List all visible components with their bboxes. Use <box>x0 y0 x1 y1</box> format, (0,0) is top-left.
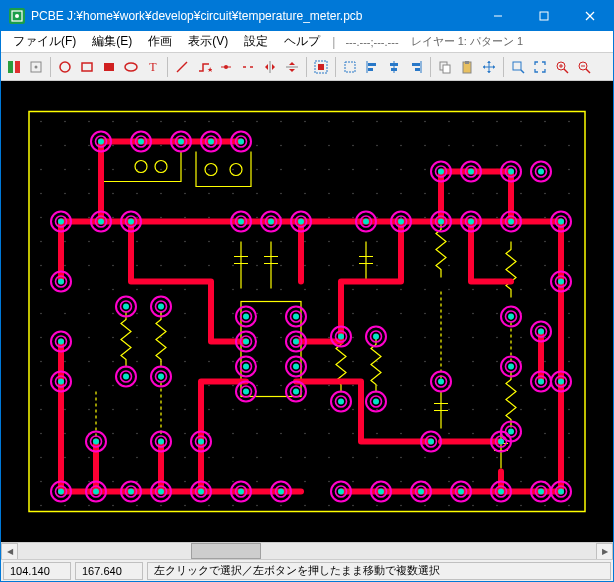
snap-icon[interactable] <box>25 56 47 78</box>
svg-point-60 <box>304 121 306 123</box>
maximize-button[interactable] <box>521 1 567 31</box>
svg-point-644 <box>58 379 64 385</box>
align-l-icon[interactable] <box>361 56 383 78</box>
zoom-out-icon[interactable] <box>573 56 595 78</box>
svg-point-230 <box>520 289 522 291</box>
svg-point-164 <box>40 241 42 243</box>
svg-point-235 <box>88 313 90 315</box>
rect-fill-icon[interactable] <box>98 56 120 78</box>
menu-help[interactable]: ヘルプ <box>276 31 328 52</box>
copy-icon[interactable] <box>434 56 456 78</box>
svg-point-400 <box>184 481 186 483</box>
svg-point-339 <box>376 409 378 411</box>
menu-file[interactable]: ファイル(F) <box>5 31 84 52</box>
trim-icon[interactable] <box>237 56 259 78</box>
scroll-left-button[interactable]: ◀ <box>1 543 18 560</box>
svg-point-572 <box>373 399 379 405</box>
align-c-icon[interactable] <box>383 56 405 78</box>
svg-point-548 <box>293 339 299 345</box>
align-r-icon[interactable] <box>405 56 427 78</box>
svg-point-349 <box>64 433 66 435</box>
svg-point-208 <box>544 265 546 267</box>
svg-point-18 <box>224 65 228 69</box>
svg-point-167 <box>112 241 114 243</box>
svg-point-145 <box>136 217 138 219</box>
svg-point-141 <box>40 217 42 219</box>
zoom-in-icon[interactable] <box>551 56 573 78</box>
svg-point-370 <box>568 433 570 435</box>
svg-point-491 <box>58 339 64 345</box>
zoom-fit-icon[interactable] <box>529 56 551 78</box>
svg-point-196 <box>256 265 258 267</box>
paste-icon[interactable] <box>456 56 478 78</box>
scroll-right-button[interactable]: ▶ <box>596 543 613 560</box>
svg-point-68 <box>496 121 498 123</box>
svg-point-536 <box>158 374 164 380</box>
svg-point-187 <box>40 265 42 267</box>
menu-show[interactable]: 表示(V) <box>180 31 236 52</box>
svg-point-626 <box>428 439 434 445</box>
oval-icon[interactable] <box>120 56 142 78</box>
zoom-window-icon[interactable] <box>507 56 529 78</box>
layers-icon[interactable] <box>3 56 25 78</box>
scroll-track[interactable] <box>18 543 596 559</box>
close-button[interactable] <box>567 1 613 31</box>
svg-point-275 <box>496 337 498 339</box>
svg-point-51 <box>88 121 90 123</box>
menu-edit[interactable]: 編集(E) <box>84 31 140 52</box>
menu-draw[interactable]: 作画 <box>140 31 180 52</box>
svg-point-285 <box>184 361 186 363</box>
svg-point-382 <box>304 457 306 459</box>
svg-point-216 <box>184 289 186 291</box>
route-icon[interactable]: ★ <box>193 56 215 78</box>
svg-point-289 <box>280 361 282 363</box>
svg-rect-31 <box>391 68 397 71</box>
scroll-thumb[interactable] <box>191 543 260 559</box>
line-icon[interactable] <box>171 56 193 78</box>
rect-icon[interactable] <box>76 56 98 78</box>
horizontal-scrollbar[interactable]: ◀ ▶ <box>1 542 613 559</box>
svg-point-59 <box>280 121 282 123</box>
move-icon[interactable] <box>478 56 500 78</box>
svg-rect-30 <box>390 63 398 66</box>
svg-point-414 <box>520 481 522 483</box>
svg-point-184 <box>520 241 522 243</box>
flip-v-icon[interactable] <box>281 56 303 78</box>
svg-point-533 <box>123 374 129 380</box>
svg-point-87 <box>400 145 402 147</box>
svg-point-61 <box>328 121 330 123</box>
svg-point-127 <box>256 193 258 195</box>
minimize-button[interactable] <box>475 1 521 31</box>
menu-settings[interactable]: 設定 <box>236 31 276 52</box>
svg-point-342 <box>448 409 450 411</box>
group-icon[interactable] <box>310 56 332 78</box>
svg-point-150 <box>256 217 258 219</box>
svg-point-425 <box>232 505 234 507</box>
menu-separator: | <box>328 35 339 49</box>
text-icon[interactable]: T <box>142 56 164 78</box>
svg-point-218 <box>232 289 234 291</box>
svg-point-608 <box>498 489 504 495</box>
svg-point-473 <box>398 219 404 225</box>
svg-rect-11 <box>82 63 92 71</box>
flip-h-icon[interactable] <box>259 56 281 78</box>
svg-point-383 <box>328 457 330 459</box>
select-icon[interactable] <box>339 56 361 78</box>
svg-point-96 <box>64 169 66 171</box>
svg-point-139 <box>544 193 546 195</box>
svg-point-392 <box>544 457 546 459</box>
svg-point-271 <box>400 337 402 339</box>
svg-point-243 <box>280 313 282 315</box>
circle-icon[interactable] <box>54 56 76 78</box>
svg-point-250 <box>448 313 450 315</box>
svg-point-260 <box>136 337 138 339</box>
svg-point-611 <box>538 489 544 495</box>
svg-point-111 <box>424 169 426 171</box>
pcb-canvas[interactable] <box>1 81 613 542</box>
svg-point-134 <box>424 193 426 195</box>
svg-point-258 <box>88 337 90 339</box>
svg-point-276 <box>520 337 522 339</box>
svg-point-494 <box>538 329 544 335</box>
svg-point-175 <box>304 241 306 243</box>
node-icon[interactable] <box>215 56 237 78</box>
